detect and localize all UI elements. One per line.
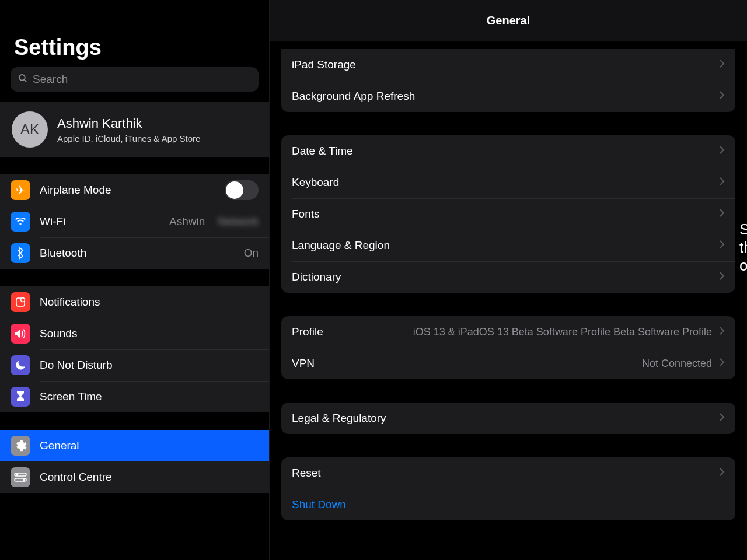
account-subtitle: Apple ID, iCloud, iTunes & App Store	[57, 134, 200, 144]
row-dictionary[interactable]: Dictionary	[281, 261, 735, 293]
row-label: Legal & Regulatory	[292, 412, 386, 425]
search-icon	[18, 73, 28, 86]
settings-sidebar: Settings AK Ashwin Karthik Apple ID, iCl…	[0, 0, 270, 560]
svg-point-3	[21, 298, 25, 302]
wifi-network-name: Ashwin	[169, 215, 205, 228]
vpn-status: Not Connected	[642, 358, 712, 370]
row-legal-regulatory[interactable]: Legal & Regulatory	[281, 402, 735, 434]
row-profile[interactable]: Profile iOS 13 & iPadOS 13 Beta Software…	[281, 316, 735, 348]
row-label: iPad Storage	[292, 58, 356, 71]
hourglass-icon	[11, 387, 30, 407]
sidebar-item-bluetooth[interactable]: Bluetooth On	[0, 237, 269, 269]
sidebar-item-label: Notifications	[40, 296, 259, 309]
chevron-right-icon	[719, 59, 725, 71]
row-label: Profile	[292, 326, 323, 338]
row-ipad-storage[interactable]: iPad Storage	[281, 49, 735, 80]
sidebar-item-label: General	[40, 439, 259, 452]
sidebar-item-label: Screen Time	[40, 390, 259, 403]
detail-title: General	[270, 0, 747, 41]
row-label: Reset	[292, 467, 321, 480]
sidebar-item-label: Airplane Mode	[40, 184, 215, 197]
chevron-right-icon	[719, 358, 725, 369]
sidebar-item-sounds[interactable]: Sounds	[0, 318, 269, 349]
row-fonts[interactable]: Fonts	[281, 198, 735, 230]
page-title: Settings	[0, 24, 269, 67]
row-label: Keyboard	[292, 176, 339, 189]
svg-line-1	[24, 79, 26, 82]
row-shut-down[interactable]: Shut Down	[281, 489, 735, 520]
row-background-app-refresh[interactable]: Background App Refresh	[281, 80, 735, 112]
row-vpn[interactable]: VPN Not Connected	[281, 348, 735, 379]
search-field[interactable]	[11, 67, 259, 92]
search-input[interactable]	[33, 73, 252, 86]
moon-icon	[11, 355, 30, 375]
svg-point-7	[23, 479, 25, 481]
row-label: Date & Time	[292, 145, 353, 158]
row-label: VPN	[292, 357, 315, 370]
bluetooth-icon	[11, 243, 30, 263]
avatar: AK	[12, 111, 48, 148]
row-label: Fonts	[292, 208, 320, 220]
bluetooth-status: On	[244, 247, 259, 260]
airplane-toggle[interactable]	[225, 180, 259, 200]
chevron-right-icon	[719, 240, 725, 251]
airplane-icon: ✈︎	[11, 180, 30, 200]
detail-pane: General iPad Storage Background App Refr…	[270, 0, 747, 560]
sidebar-item-label: Bluetooth	[40, 247, 235, 260]
row-keyboard[interactable]: Keyboard	[281, 167, 735, 198]
wifi-network-blurred: Network	[218, 215, 259, 228]
sidebar-item-screentime[interactable]: Screen Time	[0, 381, 269, 412]
svg-point-0	[19, 75, 25, 80]
chevron-right-icon	[719, 412, 725, 424]
chevron-right-icon	[719, 145, 725, 157]
sidebar-item-airplane[interactable]: ✈︎ Airplane Mode	[0, 174, 269, 206]
sidebar-group-connectivity: ✈︎ Airplane Mode Wi-Fi Ashwin Network	[0, 174, 269, 269]
chevron-right-icon	[719, 177, 725, 188]
sidebar-group-system: General Control Centre	[0, 430, 269, 493]
row-language-region[interactable]: Language & Region	[281, 230, 735, 261]
sidebar-item-general[interactable]: General	[0, 430, 269, 461]
chevron-right-icon	[719, 90, 725, 102]
sounds-icon	[11, 324, 30, 344]
row-date-time[interactable]: Date & Time	[281, 135, 735, 167]
annotation-label: Select this option	[739, 220, 747, 275]
notifications-icon	[11, 292, 30, 312]
svg-point-5	[16, 474, 18, 475]
row-label: Background App Refresh	[292, 90, 415, 103]
sidebar-item-label: Sounds	[40, 327, 259, 340]
sidebar-item-dnd[interactable]: Do Not Disturb	[0, 349, 269, 381]
row-label: Language & Region	[292, 239, 390, 252]
sidebar-item-notifications[interactable]: Notifications	[0, 286, 269, 318]
gear-icon	[11, 436, 30, 456]
row-label: Shut Down	[292, 498, 346, 511]
sidebar-item-label: Wi-Fi	[40, 215, 160, 228]
sidebar-item-wifi[interactable]: Wi-Fi Ashwin Network	[0, 206, 269, 237]
sidebar-item-label: Do Not Disturb	[40, 359, 259, 372]
apple-id-account-row[interactable]: AK Ashwin Karthik Apple ID, iCloud, iTun…	[0, 102, 269, 157]
chevron-right-icon	[719, 467, 725, 479]
sidebar-item-control-centre[interactable]: Control Centre	[0, 461, 269, 493]
chevron-right-icon	[719, 326, 725, 338]
chevron-right-icon	[719, 271, 725, 283]
wifi-icon	[11, 212, 30, 232]
chevron-right-icon	[719, 208, 725, 220]
sidebar-item-label: Control Centre	[40, 471, 259, 484]
row-label: Dictionary	[292, 271, 341, 284]
account-name: Ashwin Karthik	[57, 116, 200, 131]
toggles-icon	[11, 467, 30, 487]
sidebar-group-alerts: Notifications Sounds Do Not Disturb	[0, 286, 269, 412]
profile-value: iOS 13 & iPadOS 13 Beta Software Profile…	[413, 326, 712, 338]
row-reset[interactable]: Reset	[281, 457, 735, 489]
